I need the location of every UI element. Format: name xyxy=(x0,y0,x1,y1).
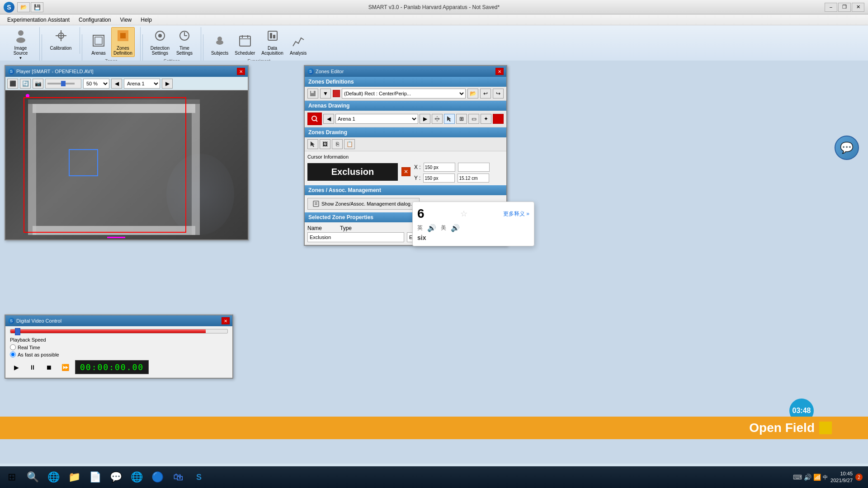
chat-app-btn[interactable]: 💬 xyxy=(106,467,126,487)
dvc-app-icon: S xyxy=(8,318,14,324)
arena-select[interactable]: Arena 1 xyxy=(124,79,160,89)
detection-settings-label: DetectionSettings xyxy=(151,46,170,56)
save-def-btn[interactable] xyxy=(307,89,318,99)
load-def-btn[interactable]: 📂 xyxy=(467,89,478,99)
progress-bar[interactable] xyxy=(10,329,228,333)
data-acq-label: DataAcquisition xyxy=(261,46,283,56)
dvc-close-btn[interactable]: ✕ xyxy=(222,317,230,324)
nav-right-btn[interactable]: ▶ xyxy=(162,79,173,89)
real-time-radio[interactable] xyxy=(10,344,16,350)
show-zones-mgmt-btn[interactable]: Show Zones/Assoc. Management dialog... xyxy=(307,198,420,210)
cursor-info-close-btn[interactable]: ✕ xyxy=(401,167,410,176)
subjects-btn[interactable]: Subjects xyxy=(209,32,231,57)
zone-image-btn[interactable]: 🖼 xyxy=(320,139,330,149)
open-btn[interactable]: 📂 xyxy=(17,2,30,12)
trans-star[interactable]: ☆ xyxy=(460,209,467,219)
zone-preset-select[interactable]: (Default) Rect : Center/Perip... xyxy=(342,89,466,99)
nav-left-btn[interactable]: ◀ xyxy=(111,79,122,89)
chrome-btn[interactable]: 🔵 xyxy=(147,467,167,487)
radio-group: Real Time As fast as possible xyxy=(10,344,228,357)
arena-grid-btn[interactable]: ⊞ xyxy=(456,114,467,124)
explorer-btn[interactable]: 📁 xyxy=(64,467,84,487)
redo-btn[interactable]: ↪ xyxy=(493,89,504,99)
y-value-input[interactable] xyxy=(423,174,455,183)
menu-experimentation[interactable]: Experimentation Assistant xyxy=(4,16,73,24)
minimize-btn[interactable]: − xyxy=(825,3,837,12)
network-icon[interactable]: 📶 xyxy=(813,474,821,481)
forward-btn[interactable]: ⏩ xyxy=(59,361,71,374)
menu-view[interactable]: View xyxy=(116,16,135,24)
zones-def-toolbar: ▼ (Default) Rect : Center/Perip... 📂 ↩ ↪ xyxy=(305,87,506,101)
zone-paste-btn[interactable]: 📋 xyxy=(344,139,355,149)
fast-radio[interactable] xyxy=(10,352,16,357)
undo-btn[interactable]: ↩ xyxy=(480,89,491,99)
zone-cursor-btn[interactable] xyxy=(307,139,318,149)
arenas-btn[interactable]: Arenas xyxy=(88,32,109,57)
arena-move-btn[interactable] xyxy=(432,114,443,124)
taskbar-clock[interactable]: 10:45 2021/9/27 xyxy=(830,470,853,484)
scheduler-btn[interactable]: Scheduler xyxy=(232,32,257,57)
vid-btn-2[interactable]: 🔄 xyxy=(20,79,31,89)
data-acq-icon xyxy=(265,28,280,45)
image-source-btn[interactable]: ImageSource ▼ xyxy=(10,27,32,61)
x-value2-input[interactable] xyxy=(458,163,490,172)
trans-more[interactable]: 更多释义 » xyxy=(503,210,529,218)
arena-rect-btn[interactable]: ▭ xyxy=(468,114,479,124)
player-title-bar: S Player [SMART - OPENFIELD.AVI] ✕ xyxy=(5,66,248,77)
arena-cursor-btn[interactable] xyxy=(444,114,455,124)
save-btn[interactable]: 💾 xyxy=(31,2,43,12)
arena-right-btn[interactable]: ▶ xyxy=(420,114,430,124)
data-acquisition-btn[interactable]: DataAcquisition xyxy=(259,27,285,57)
vid-btn-3[interactable]: 📷 xyxy=(33,79,43,89)
y-value2-input[interactable] xyxy=(458,174,489,183)
smart-taskbar-btn[interactable]: S xyxy=(189,467,209,487)
close-btn[interactable]: ✕ xyxy=(852,3,864,12)
english-speaker-btn[interactable]: 🔊 xyxy=(427,224,436,232)
brightness-slider xyxy=(45,79,81,89)
transport-controls: ▶ ⏸ ⏹ ⏩ 00:00:00.00 xyxy=(10,360,228,374)
time-settings-btn[interactable]: TimeSettings xyxy=(174,27,195,57)
real-time-option[interactable]: Real Time xyxy=(10,344,228,350)
player-close-btn[interactable]: ✕ xyxy=(237,68,245,75)
menu-help[interactable]: Help xyxy=(137,16,156,24)
play-btn[interactable]: ▶ xyxy=(10,361,23,374)
arena-search-btn[interactable] xyxy=(307,113,322,125)
progress-thumb[interactable] xyxy=(15,328,20,335)
vid-btn-1[interactable]: ⬛ xyxy=(7,79,18,89)
svg-point-0 xyxy=(18,30,24,36)
pause-btn[interactable]: ⏸ xyxy=(26,361,39,374)
fast-option[interactable]: As fast as possible xyxy=(10,352,228,357)
search-btn[interactable]: 🔍 xyxy=(23,467,42,487)
restore-btn[interactable]: ❐ xyxy=(838,3,851,12)
zones-def-btn[interactable]: ZonesDefinition xyxy=(111,27,135,57)
zoom-select[interactable]: 50 % 100 % 25 % xyxy=(83,79,109,89)
zone-copy-btn[interactable]: ⎘ xyxy=(332,139,343,149)
calibration-btn[interactable]: Calibration xyxy=(48,27,74,52)
detection-settings-btn[interactable]: DetectionSettings xyxy=(148,27,172,57)
taskbar-time: 10:45 xyxy=(830,470,853,477)
arena-left-btn[interactable]: ◀ xyxy=(323,114,334,124)
ie-btn[interactable]: 🌐 xyxy=(127,467,146,487)
arena-points-btn[interactable]: ✦ xyxy=(481,114,491,124)
dropdown-arrow-btn[interactable]: ▼ xyxy=(320,89,331,99)
edge-btn[interactable]: 🌐 xyxy=(43,467,63,487)
y-label: Y : xyxy=(414,175,420,181)
image-source-dropdown[interactable]: ▼ xyxy=(19,56,23,60)
stop-btn[interactable]: ⏹ xyxy=(42,361,55,374)
pdf-btn[interactable]: 📄 xyxy=(85,467,105,487)
speaker-icon[interactable]: 🔊 xyxy=(804,474,811,481)
zones-close-btn[interactable]: ✕ xyxy=(495,68,504,75)
american-speaker-btn[interactable]: 🔊 xyxy=(451,224,460,232)
arena-color-btn[interactable] xyxy=(493,114,504,124)
zones-mgmt-header: Zones / Assoc. Management xyxy=(305,185,506,195)
x-value-input[interactable] xyxy=(424,163,455,172)
zone-name-input[interactable] xyxy=(307,232,404,242)
analysis-btn[interactable]: Analysis xyxy=(288,32,309,57)
menu-configuration[interactable]: Configuration xyxy=(75,16,114,24)
arena-dropdown[interactable]: Arena 1 xyxy=(335,114,418,124)
arenas-label: Arenas xyxy=(91,51,106,56)
appstore-btn[interactable]: 🛍 xyxy=(168,467,188,487)
chat-icon-btn[interactable]: 💬 xyxy=(835,136,859,160)
start-btn[interactable]: ⊞ xyxy=(2,467,22,487)
notification-badge[interactable]: 2 xyxy=(855,474,863,481)
